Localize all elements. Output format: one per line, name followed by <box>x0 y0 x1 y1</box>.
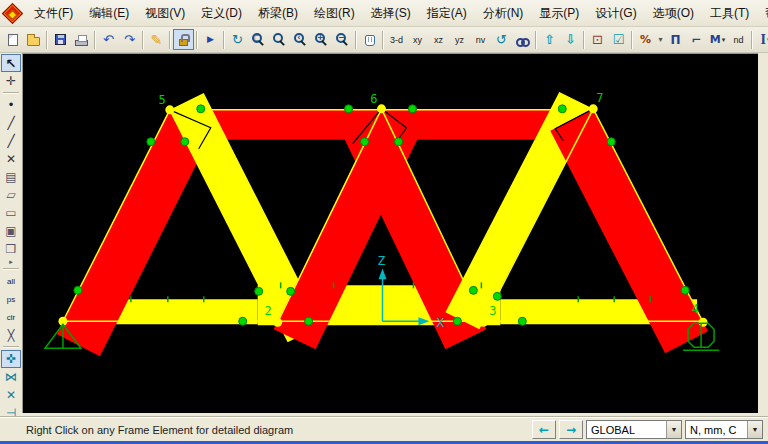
menu-item-define[interactable]: 定义(D) <box>193 2 250 25</box>
menu-item-tools[interactable]: 工具(T) <box>702 2 757 25</box>
intersecting-line-select-button[interactable]: ╳ <box>1 326 21 344</box>
quick-draw-frame-button[interactable]: ╱ <box>1 132 21 150</box>
undo-button[interactable]: ↶ <box>98 29 119 50</box>
folder-icon <box>27 37 40 46</box>
frame-moment-display-button[interactable]: M▾ <box>707 29 728 50</box>
bottom-chord-member[interactable] <box>89 285 697 325</box>
model-canvas[interactable]: 5 6 7 2 3 4 Z X <box>22 53 758 413</box>
quick-draw-braces-button[interactable]: ✕ <box>1 150 21 168</box>
point-icon: • <box>7 99 14 111</box>
snap-to-intersections-button[interactable]: ✕ <box>1 386 21 404</box>
menu-item-select[interactable]: 选择(S) <box>363 2 419 25</box>
menu-item-analyze[interactable]: 分析(N) <box>475 2 532 25</box>
previous-view-button[interactable]: ← <box>532 420 556 439</box>
units-value: N, mm, C <box>686 424 747 436</box>
lock-model-button[interactable] <box>173 29 194 50</box>
edit-pencil-button[interactable]: ✎ <box>146 29 167 50</box>
grid-icon: ▤ <box>5 171 16 183</box>
open-file-button[interactable] <box>23 29 44 50</box>
menu-item-view[interactable]: 视图(V) <box>137 2 193 25</box>
truss-model-view[interactable]: 5 6 7 2 3 4 Z X <box>23 54 758 413</box>
view-xz-button[interactable]: xz <box>428 29 449 50</box>
node-label-3: 3 <box>489 304 496 318</box>
frame-axial-display-button[interactable]: Π <box>665 29 686 50</box>
save-button[interactable] <box>50 29 71 50</box>
toolbar-separator <box>535 31 537 49</box>
view-nv-button[interactable]: nv <box>470 29 491 50</box>
coordinate-system-select[interactable]: GLOBAL ▼ <box>586 420 682 439</box>
toolbar-separator <box>355 31 357 49</box>
select-pointer-button[interactable]: ↖ <box>1 54 21 72</box>
menu-item-edit[interactable]: 编辑(E) <box>81 2 137 25</box>
move-up-in-list-button[interactable]: ⇧ <box>539 29 560 50</box>
printer-icon <box>75 40 88 46</box>
page-icon <box>8 34 18 46</box>
undo-arrow-icon: ↶ <box>103 33 114 46</box>
status-message: Right Click on any Frame Element for det… <box>26 424 529 436</box>
menu-item-draw[interactable]: 绘图(R) <box>306 2 363 25</box>
toolbar-separator <box>142 31 144 49</box>
redo-button[interactable]: ↷ <box>119 29 140 50</box>
line2-icon: ╱ <box>7 135 14 147</box>
rubber-band-zoom-button[interactable]: □ <box>248 29 269 50</box>
units-select[interactable]: N, mm, C ▼ <box>685 420 763 439</box>
move-down-in-list-button[interactable]: ⇩ <box>560 29 581 50</box>
snap-to-midpoints-button[interactable]: ⋈ <box>1 368 21 386</box>
node-label-7: 7 <box>596 91 603 105</box>
chevron-down-icon[interactable]: ▾ <box>722 36 726 44</box>
chevron-down-icon[interactable]: ▼ <box>666 421 681 438</box>
view-yz-button[interactable]: yz <box>449 29 470 50</box>
zoom-in-button[interactable]: + <box>311 29 332 50</box>
main-toolbar: ↶↷✎▶↻□‹+−3-dxyxzyznv↺⇧⇩⊡☑%▾Π⌐M▾ndI▾▾▾ <box>0 27 768 53</box>
set-display-options-button[interactable]: ☑ <box>608 29 629 50</box>
quick-draw-area-button[interactable]: ▣ <box>1 222 21 240</box>
new-model-button[interactable] <box>2 29 23 50</box>
run-analysis-button[interactable]: ▶ <box>200 29 221 50</box>
view-xy-button[interactable]: xy <box>407 29 428 50</box>
section-display-button[interactable]: I▾ <box>755 29 768 50</box>
previous-selection-button[interactable]: ps <box>1 290 21 308</box>
menu-item-design[interactable]: 设计(G) <box>587 2 644 25</box>
toolbar-separator <box>46 31 48 49</box>
draw-rect-area-button[interactable]: ▭ <box>1 204 21 222</box>
reshape-object-button[interactable]: ✛ <box>1 72 21 90</box>
draw-point-button[interactable]: • <box>1 96 21 114</box>
refresh-window-button[interactable]: ↻ <box>227 29 248 50</box>
pan-button[interactable] <box>359 29 380 50</box>
named-view-button[interactable] <box>512 29 533 50</box>
next-view-button[interactable]: → <box>559 420 583 439</box>
menu-items: 文件(F)编辑(E)视图(V)定义(D)桥梁(B)绘图(R)选择(S)指定(A)… <box>26 2 768 25</box>
play-icon: ▶ <box>207 35 214 44</box>
redo-arrow-icon: ↷ <box>124 33 135 46</box>
rect-icon: ▭ <box>5 207 16 219</box>
menu-item-file[interactable]: 文件(F) <box>26 2 81 25</box>
frame-release-display-button[interactable]: ⌐ <box>686 29 707 50</box>
clear-selection-button[interactable]: clr <box>1 308 21 326</box>
menu-item-display[interactable]: 显示(P) <box>531 2 587 25</box>
show-values-button[interactable]: % <box>635 29 656 50</box>
draw-solid-button[interactable]: ❒ <box>1 240 21 258</box>
menu-item-help[interactable]: 帮助(H) <box>757 2 768 25</box>
toolbar-overflow-button[interactable]: ▸ <box>9 258 13 266</box>
snap-to-joints-button[interactable]: ✜ <box>1 350 21 368</box>
view-xy-button-label: xy <box>410 35 425 45</box>
view-3d-button[interactable]: 3-d <box>386 29 407 50</box>
menu-item-options[interactable]: 选项(O) <box>645 2 702 25</box>
chevron-down-icon[interactable]: ▼ <box>747 421 762 438</box>
draw-area-grid-button[interactable]: ▤ <box>1 168 21 186</box>
menu-item-bridge[interactable]: 桥梁(B) <box>250 2 306 25</box>
previous-zoom-button[interactable]: ‹ <box>290 29 311 50</box>
draw-poly-area-button[interactable]: ▱ <box>1 186 21 204</box>
shrink-objects-button[interactable]: ⊡ <box>587 29 608 50</box>
select-all-button[interactable]: all <box>1 272 21 290</box>
draw-frame-button[interactable]: ╱ <box>1 114 21 132</box>
zoom-out-button[interactable]: − <box>332 29 353 50</box>
binoculars-icon <box>516 38 530 46</box>
view-yz-button-label: yz <box>452 35 467 45</box>
toolbar-overflow-button[interactable]: ▾ <box>656 35 665 44</box>
print-button[interactable] <box>71 29 92 50</box>
rotate-view-button[interactable]: ↺ <box>491 29 512 50</box>
menu-item-assign[interactable]: 指定(A) <box>419 2 475 25</box>
nd-button[interactable]: nd <box>728 29 749 50</box>
restore-full-view-button[interactable] <box>269 29 290 50</box>
